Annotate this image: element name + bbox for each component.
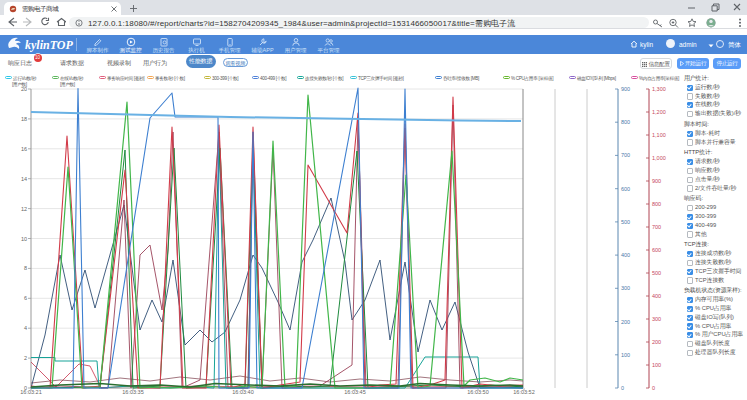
svg-text:500: 500 [621,219,630,225]
svg-text:800: 800 [652,201,661,207]
svg-text:4: 4 [24,325,27,331]
svg-text:200: 200 [621,319,630,325]
svg-text:100: 100 [621,352,630,358]
svg-text:900: 900 [652,178,661,184]
svg-text:400: 400 [621,252,630,258]
svg-text:0: 0 [652,385,655,391]
svg-text:300: 300 [621,285,630,291]
svg-text:1,000: 1,000 [652,155,666,161]
svg-text:16: 16 [21,146,27,152]
svg-text:6: 6 [24,295,27,301]
svg-text:900: 900 [621,86,630,92]
svg-text:500: 500 [652,270,661,276]
svg-text:1,200: 1,200 [652,109,666,115]
svg-text:10: 10 [21,236,27,242]
svg-text:700: 700 [621,152,630,158]
svg-text:0: 0 [621,385,624,391]
svg-text:400: 400 [652,293,661,299]
svg-text:1,100: 1,100 [652,132,666,138]
svg-text:14: 14 [21,176,27,182]
svg-text:1,300: 1,300 [652,86,666,92]
svg-text:200: 200 [652,339,661,345]
svg-text:2: 2 [24,355,27,361]
svg-text:800: 800 [621,119,630,125]
svg-text:600: 600 [652,247,661,253]
svg-text:700: 700 [652,224,661,230]
svg-text:300: 300 [652,316,661,322]
svg-text:20: 20 [21,86,27,92]
svg-text:8: 8 [24,265,27,271]
svg-text:18: 18 [21,116,27,122]
svg-text:600: 600 [621,186,630,192]
svg-text:12: 12 [21,206,27,212]
svg-text:100: 100 [652,362,661,368]
